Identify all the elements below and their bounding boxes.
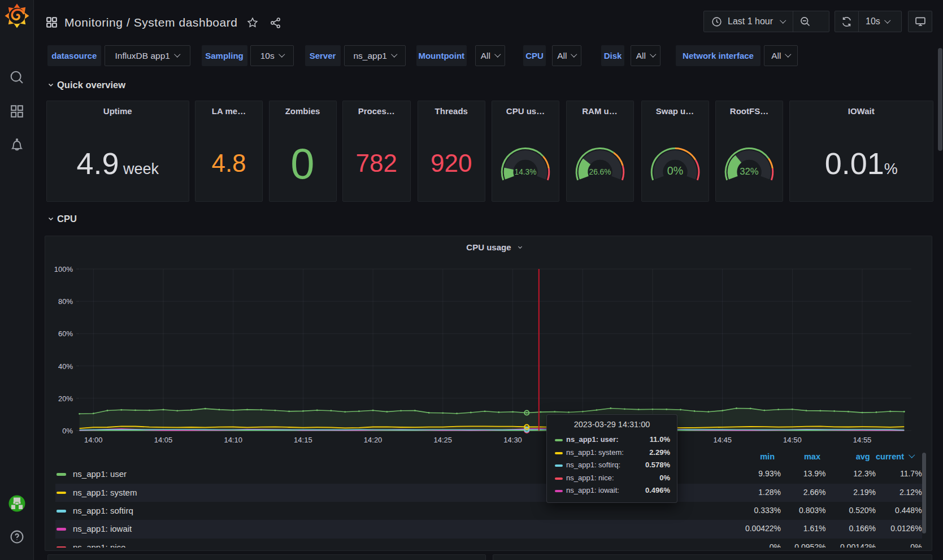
svg-text:26.6%: 26.6% (589, 168, 611, 176)
svg-text:32%: 32% (740, 166, 759, 177)
svg-text:14.3%: 14.3% (515, 168, 537, 176)
svg-text:0%: 0% (667, 164, 683, 177)
